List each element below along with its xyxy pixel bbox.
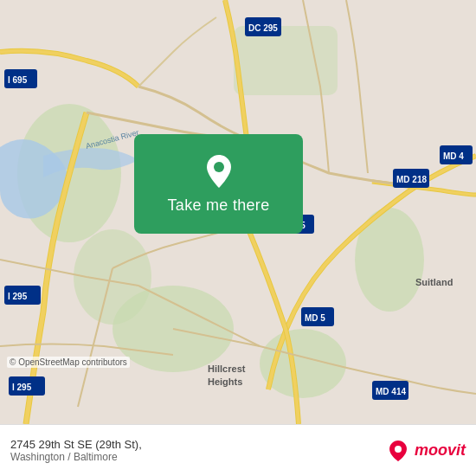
svg-text:MD 4: MD 4 <box>443 151 464 161</box>
svg-point-29 <box>214 162 224 172</box>
svg-text:I 295: I 295 <box>12 383 32 392</box>
svg-text:Heights: Heights <box>208 376 242 387</box>
button-label: Take me there <box>168 196 270 215</box>
city-line: Washington / Baltimore <box>10 451 142 463</box>
address-block: 2745 29th St SE (29th St), Washington / … <box>10 438 142 463</box>
svg-text:MD 5: MD 5 <box>305 313 325 323</box>
svg-point-30 <box>395 446 402 453</box>
address-line: 2745 29th St SE (29th St), <box>10 438 142 451</box>
svg-text:MD 414: MD 414 <box>376 387 406 396</box>
map-container: I 695 DC 295 I 295 I 295 MD 4 MD 218 MD … <box>0 0 476 424</box>
moovit-brand-text: moovit <box>415 441 466 460</box>
take-me-there-button[interactable]: Take me there <box>134 134 303 234</box>
svg-text:Hillcrest: Hillcrest <box>208 363 246 374</box>
svg-text:DC 295: DC 295 <box>248 23 278 33</box>
svg-text:Suitland: Suitland <box>415 277 453 287</box>
location-pin-icon <box>203 153 235 190</box>
svg-text:I 295: I 295 <box>8 292 28 301</box>
moovit-logo: moovit <box>386 439 466 463</box>
svg-text:I 695: I 695 <box>8 75 28 85</box>
svg-text:MD 218: MD 218 <box>396 175 427 184</box>
copyright-notice: © OpenStreetMap contributors <box>7 357 130 368</box>
moovit-icon <box>386 439 410 463</box>
bottom-bar: 2745 29th St SE (29th St), Washington / … <box>0 424 476 476</box>
